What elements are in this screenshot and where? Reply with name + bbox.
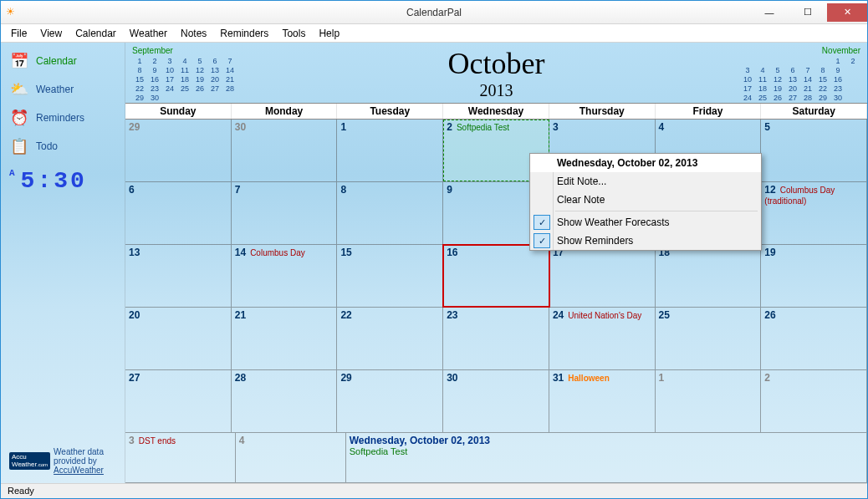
day-cell[interactable]: 16 [443, 245, 549, 307]
next-month-mini[interactable]: November 1234567891011121314151617181920… [733, 43, 867, 103]
accuweather-badge: AccuWeather.com [9, 452, 50, 471]
menu-reminders[interactable]: Reminders [213, 26, 275, 41]
menu-calendar[interactable]: Calendar [69, 26, 123, 41]
weather-icon: ⛅ [9, 79, 29, 99]
sidebar-item-label: Todo [36, 140, 58, 152]
sidebar-item-label: Weather [36, 84, 74, 95]
menu-tools[interactable]: Tools [275, 26, 312, 41]
context-header: Wednesday, October 02, 2013 [530, 154, 761, 172]
day-cell[interactable]: 8 [337, 182, 443, 244]
menu-file[interactable]: File [4, 26, 33, 41]
day-cell[interactable]: 26 [761, 308, 867, 369]
sidebar-item-calendar[interactable]: 📅Calendar [4, 48, 121, 74]
day-cell[interactable]: 30 [443, 370, 549, 432]
day-cell[interactable]: 17 [549, 245, 656, 307]
sidebar-item-weather[interactable]: ⛅Weather [4, 76, 121, 103]
day-cell[interactable]: 20 [125, 308, 232, 369]
weather-credit: AccuWeather.com Weather data provided by… [4, 442, 121, 480]
day-cell[interactable]: 4 [236, 433, 346, 482]
day-cell[interactable]: 29 [125, 120, 232, 181]
digital-clock: A5:30 [9, 168, 121, 194]
close-button[interactable]: ✕ [827, 3, 867, 22]
todo-icon: 📋 [9, 136, 29, 156]
day-cell[interactable]: 18 [656, 245, 762, 307]
selected-day-detail: Wednesday, October 02, 2013Softpedia Tes… [346, 433, 867, 482]
day-cell[interactable]: 5 [761, 120, 867, 181]
context-item-show-weather-forecasts[interactable]: ✓Show Weather Forecasts [530, 213, 761, 232]
dow-header: Wednesday [443, 104, 549, 119]
calendar-icon: 📅 [9, 51, 29, 71]
check-icon: ✓ [534, 233, 550, 248]
day-cell[interactable]: 15 [337, 245, 443, 307]
day-cell[interactable]: 23 [443, 308, 549, 369]
day-cell[interactable]: 28 [232, 370, 338, 432]
day-cell[interactable]: 25 [656, 308, 762, 369]
day-cell[interactable]: 6 [125, 182, 232, 244]
context-item-clear-note[interactable]: Clear Note [530, 191, 761, 209]
month-title: October 2013 [259, 43, 733, 103]
dow-header: Tuesday [337, 104, 443, 119]
day-cell[interactable]: 30 [232, 120, 338, 181]
menu-weather[interactable]: Weather [123, 26, 174, 41]
day-cell[interactable]: 13 [125, 245, 232, 307]
reminders-icon: ⏰ [9, 108, 29, 128]
day-cell[interactable]: 7 [232, 182, 338, 244]
day-cell[interactable]: 24 United Nation's Day [549, 308, 656, 369]
day-cell[interactable]: 12 Columbus Day (traditional) [761, 182, 867, 244]
day-cell[interactable]: 14 Columbus Day [232, 245, 338, 307]
maximize-button[interactable]: ☐ [789, 3, 827, 22]
dow-header: Thursday [549, 104, 656, 119]
window-title: CalendarPal [406, 7, 462, 18]
sidebar-item-reminders[interactable]: ⏰Reminders [4, 104, 121, 131]
menubar: FileViewCalendarWeatherNotesRemindersToo… [1, 24, 867, 43]
minimize-button[interactable]: — [750, 3, 789, 22]
day-of-week-header: SundayMondayTuesdayWednesdayThursdayFrid… [125, 103, 867, 120]
sidebar-item-label: Reminders [36, 112, 84, 124]
day-cell[interactable]: 3 DST ends [125, 433, 236, 482]
prev-month-mini[interactable]: September 123456789101112131415161718192… [125, 43, 259, 103]
day-cell[interactable]: 31 Halloween [549, 370, 656, 432]
dow-header: Sunday [125, 104, 232, 119]
sidebar-item-label: Calendar [36, 55, 77, 67]
menu-view[interactable]: View [33, 26, 69, 41]
app-icon: ☀ [6, 6, 19, 19]
day-cell[interactable]: 29 [337, 370, 443, 432]
context-item-show-reminders[interactable]: ✓Show Reminders [530, 232, 761, 250]
day-cell[interactable]: 2 [761, 370, 867, 432]
day-cell[interactable]: 1 [656, 370, 762, 432]
context-item-edit-note-[interactable]: Edit Note... [530, 172, 761, 191]
check-icon: ✓ [534, 215, 550, 230]
day-cell[interactable]: 21 [232, 308, 338, 369]
dow-header: Monday [232, 104, 338, 119]
statusbar: Ready [1, 483, 867, 499]
menu-help[interactable]: Help [312, 26, 346, 41]
menu-notes[interactable]: Notes [174, 26, 213, 41]
dow-header: Friday [656, 104, 762, 119]
calendar-area: September 123456789101112131415161718192… [125, 43, 867, 483]
sidebar: 📅Calendar⛅Weather⏰Reminders📋Todo A5:30 A… [1, 43, 125, 483]
status-text: Ready [8, 486, 34, 496]
day-cell[interactable]: 19 [761, 245, 867, 307]
day-cell[interactable]: 27 [125, 370, 232, 432]
titlebar: ☀ CalendarPal — ☐ ✕ [1, 1, 867, 24]
day-cell[interactable]: 1 [337, 120, 443, 181]
day-cell[interactable]: 22 [337, 308, 443, 369]
dow-header: Saturday [761, 104, 867, 119]
sidebar-item-todo[interactable]: 📋Todo [4, 133, 121, 160]
accuweather-link[interactable]: AccuWeather [54, 466, 104, 475]
context-menu: Wednesday, October 02, 2013Edit Note...C… [529, 153, 762, 251]
